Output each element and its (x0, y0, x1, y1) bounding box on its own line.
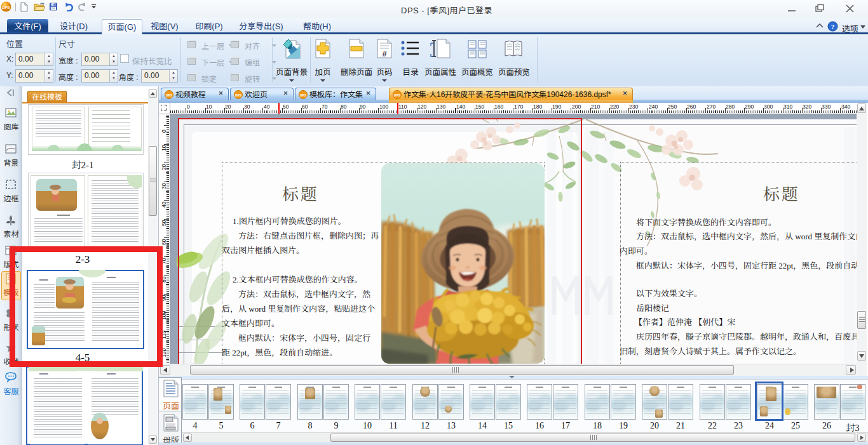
svg-text:DPS: DPS (2, 6, 10, 10)
svg-text:?: ? (831, 23, 835, 30)
svg-text:DPS: DPS (394, 93, 401, 97)
svg-text:DPS: DPS (235, 93, 242, 97)
svg-text:DPS: DPS (166, 93, 173, 97)
svg-text:#: # (382, 49, 387, 58)
svg-text:DPS: DPS (300, 93, 307, 97)
